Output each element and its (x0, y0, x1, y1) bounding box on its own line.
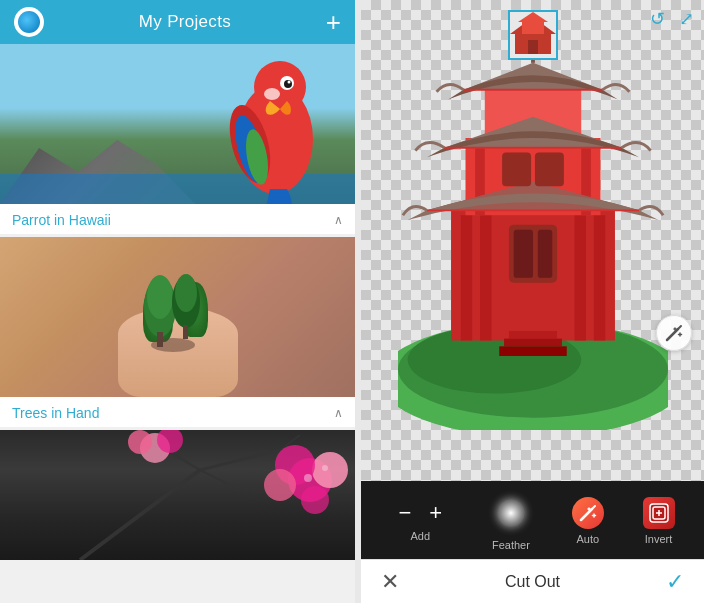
svg-rect-35 (522, 20, 544, 34)
tool-add-label: Add (410, 530, 430, 542)
svg-line-17 (200, 450, 280, 470)
svg-line-74 (592, 506, 595, 509)
project-item-flowers[interactable] (0, 430, 355, 560)
tools-row: − + Add Feather (361, 491, 704, 551)
right-panel: ↺ ⤢ (361, 0, 704, 603)
svg-rect-65 (504, 339, 562, 347)
confirm-button[interactable]: ✓ (666, 569, 684, 595)
svg-rect-14 (183, 325, 188, 339)
header-title: My Projects (139, 12, 231, 32)
svg-rect-55 (513, 230, 532, 278)
svg-point-26 (301, 486, 329, 514)
magic-wand-button[interactable] (656, 315, 692, 351)
tool-feather-label: Feather (492, 539, 530, 551)
action-title: Cut Out (505, 573, 560, 591)
invert-icon (643, 497, 675, 529)
project-thumbnail-trees (0, 237, 355, 397)
svg-point-31 (322, 465, 328, 471)
svg-point-13 (175, 274, 197, 312)
app-logo (14, 7, 44, 37)
project-item-parrot[interactable]: Parrot in Hawaii ∧ (0, 44, 355, 234)
chevron-parrot: ∧ (334, 213, 343, 227)
left-panel: My Projects + (0, 0, 355, 603)
svg-point-15 (151, 338, 195, 352)
svg-point-10 (147, 275, 173, 319)
thumbnail-preview (508, 10, 558, 60)
svg-line-16 (80, 470, 200, 560)
editor-toolbar-top: ↺ ⤢ (650, 8, 694, 30)
header-bar: My Projects + (0, 0, 355, 44)
svg-line-19 (200, 470, 240, 490)
svg-rect-43 (479, 215, 491, 340)
svg-rect-45 (593, 215, 605, 340)
svg-rect-44 (574, 215, 586, 340)
project-label-row-trees: Trees in Hand ∧ (0, 397, 355, 427)
svg-point-29 (128, 430, 152, 454)
svg-rect-56 (537, 230, 551, 278)
editor-canvas: ↺ ⤢ (361, 0, 704, 481)
svg-point-23 (312, 452, 348, 488)
svg-rect-66 (499, 346, 567, 356)
svg-line-68 (678, 326, 681, 329)
project-name-parrot: Parrot in Hawaii (12, 212, 111, 228)
project-thumbnail-parrot (0, 44, 355, 204)
tool-invert-label: Invert (645, 533, 673, 545)
project-label-row-parrot: Parrot in Hawaii ∧ (0, 204, 355, 234)
project-list: Parrot in Hawaii ∧ (0, 44, 355, 603)
project-item-trees[interactable]: Trees in Hand ∧ (0, 237, 355, 427)
chevron-trees: ∧ (334, 406, 343, 420)
expand-button[interactable]: ⤢ (679, 8, 694, 30)
bottom-action-bar: ✕ Cut Out ✓ (361, 559, 704, 603)
svg-rect-64 (508, 331, 556, 339)
svg-point-7 (288, 81, 291, 84)
svg-rect-58 (534, 153, 563, 187)
svg-point-25 (264, 469, 296, 501)
cancel-button[interactable]: ✕ (381, 569, 399, 595)
brush-indicator (489, 491, 533, 535)
tool-auto[interactable]: Auto (572, 497, 604, 545)
subtract-button[interactable]: − (390, 500, 419, 526)
project-thumbnail-flowers (0, 430, 355, 560)
svg-point-8 (264, 88, 280, 100)
undo-button[interactable]: ↺ (650, 8, 665, 30)
tool-add[interactable]: − + Add (390, 500, 450, 542)
svg-rect-42 (460, 215, 472, 340)
tool-feather[interactable]: Feather (489, 491, 533, 551)
add-project-button[interactable]: + (326, 9, 341, 35)
svg-rect-57 (502, 153, 531, 187)
svg-line-67 (667, 329, 678, 340)
svg-line-73 (581, 509, 592, 520)
svg-rect-37 (528, 40, 538, 54)
brush-circle (497, 499, 525, 527)
tool-auto-label: Auto (576, 533, 599, 545)
tool-invert[interactable]: Invert (643, 497, 675, 545)
auto-icon (572, 497, 604, 529)
add-button[interactable]: + (421, 500, 450, 526)
svg-point-4 (254, 61, 306, 113)
bottom-tools-panel: − + Add Feather (361, 481, 704, 559)
project-name-trees: Trees in Hand (12, 405, 99, 421)
svg-point-30 (304, 474, 312, 482)
